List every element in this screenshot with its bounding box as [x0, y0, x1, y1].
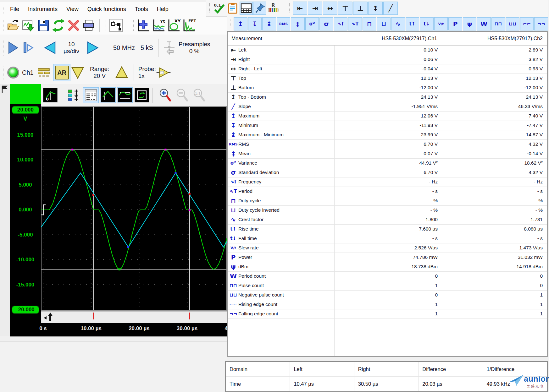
- top-minus-bottom-toggle[interactable]: ↕: [369, 2, 382, 14]
- zoom-reset-button[interactable]: 1:1: [192, 88, 207, 103]
- measurement-row-rise-time[interactable]: t↑Rise time7.600 µs8.080 µs: [228, 224, 547, 234]
- toolbar-drag-handle[interactable]: [230, 19, 230, 29]
- cursor-domain-table[interactable]: DomainLeftRightDifference1/Difference Ti…: [225, 361, 548, 392]
- presamples-slider[interactable]: [162, 40, 177, 55]
- measurement-row-standard-deviation[interactable]: σStandard deviation6.70 V4.32 V: [228, 168, 547, 177]
- measurement-row-top-bottom[interactable]: ↕Top - Bottom24.13 V24.13 V: [228, 92, 547, 102]
- measurement-row-right[interactable]: ⇥Right0.06 V3.82 V: [228, 55, 547, 64]
- refresh-button[interactable]: [51, 18, 66, 33]
- object-tree-button[interactable]: [108, 18, 124, 33]
- toolbar-drag-handle[interactable]: [3, 20, 3, 31]
- peak-markers-toggle[interactable]: [100, 88, 115, 103]
- y-axis[interactable]: 20.00015.00010.0005.0000.000-5.000-10.00…: [10, 84, 41, 336]
- toolbar-drag-handle[interactable]: [106, 20, 106, 31]
- coupling-button[interactable]: [36, 65, 51, 80]
- header-ch1[interactable]: HS5-530XM(27917).Ch1: [334, 32, 437, 45]
- resistance-button[interactable]: R: [267, 2, 280, 14]
- left-cursor-toggle[interactable]: ⇤: [293, 2, 307, 14]
- add-chart-button[interactable]: [136, 18, 151, 33]
- measurement-row-maximum[interactable]: ↥Maximum12.06 V7.40 V: [228, 111, 547, 121]
- pin-panel-button[interactable]: [253, 2, 266, 14]
- dbm-antenna-toggle[interactable]: ψ: [463, 18, 476, 30]
- fft-chart-button[interactable]: FFT: [181, 18, 196, 33]
- save-button[interactable]: [36, 18, 51, 33]
- period-toggle[interactable]: ∿T: [348, 18, 362, 30]
- measurement-row-power[interactable]: PPower74.786 mW31.032 mW: [228, 253, 547, 262]
- std-deviation-toggle[interactable]: σ: [320, 18, 333, 30]
- waveform-plot[interactable]: [41, 106, 227, 311]
- measurement-row-falling-edge-count[interactable]: ¬¬Falling edge count11: [228, 309, 547, 319]
- probe-gain-button[interactable]: -1: [156, 65, 171, 80]
- toolbar-drag-handle[interactable]: [3, 40, 3, 56]
- time-marker-strip[interactable]: [41, 311, 227, 324]
- measurement-row-pulse-count[interactable]: ⊓⊓Pulse count10: [228, 281, 547, 291]
- right-cursor-toggle[interactable]: ⇥: [308, 2, 322, 14]
- measurement-row-rms[interactable]: RMSRMS6.70 V4.32 V: [228, 139, 547, 149]
- mean-toggle[interactable]: ‡: [291, 18, 304, 30]
- rising-edge-count-toggle[interactable]: ⌐⌐: [520, 18, 534, 30]
- yt-chart-button[interactable]: Yt: [151, 18, 166, 33]
- period-count-toggle[interactable]: W: [477, 18, 491, 30]
- toolbar-drag-handle[interactable]: [209, 3, 210, 13]
- bottom-toggle[interactable]: ⊥: [353, 2, 367, 14]
- measurement-row-period-count[interactable]: WPeriod count00: [228, 271, 547, 281]
- duty-cycle-toggle[interactable]: ⊓: [363, 18, 376, 30]
- copy-button[interactable]: [226, 2, 239, 14]
- measurement-row-crest-factor[interactable]: ∿Crest factor1.8001.731: [228, 215, 547, 225]
- header-ch2[interactable]: HS5-530XM(27917).Ch2: [441, 32, 543, 45]
- channel-offsets-button[interactable]: [66, 88, 81, 103]
- toolbar-drag-handle[interactable]: [3, 66, 3, 79]
- measurement-row-dbm[interactable]: ψdBm18.738 dBm14.918 dBm: [228, 262, 547, 272]
- zoom-in-button[interactable]: [158, 88, 173, 103]
- menu-item-help[interactable]: Help: [152, 5, 173, 14]
- menu-item-view[interactable]: View: [62, 5, 83, 14]
- zoom-out-button[interactable]: [175, 88, 190, 103]
- menu-item-tools[interactable]: Tools: [130, 5, 152, 14]
- measurement-row-variance[interactable]: σ²Variance44.91 V²18.62 V²: [228, 158, 547, 168]
- presamples-display[interactable]: Presamples 0 %: [179, 41, 210, 55]
- envelope-toggle[interactable]: [117, 88, 132, 103]
- max-minus-min-toggle[interactable]: ↨: [263, 18, 276, 30]
- slope-toggle[interactable]: ╱: [384, 2, 397, 14]
- timebase-faster-button[interactable]: [85, 40, 100, 55]
- measurement-row-left[interactable]: ⇤Left0.10 V2.89 V: [228, 45, 547, 55]
- start-button[interactable]: [6, 40, 21, 55]
- slew-rate-toggle[interactable]: V/t: [435, 18, 448, 30]
- measurement-row-period[interactable]: ∿TPeriod- s- s: [228, 187, 547, 196]
- cursor-position-tick[interactable]: [189, 313, 190, 319]
- measurements-table[interactable]: Measurement HS5-530XM(27917).Ch1 HS5-530…: [227, 31, 548, 357]
- timebase-slower-button[interactable]: [42, 40, 58, 55]
- minimum-toggle[interactable]: ↧: [248, 18, 262, 30]
- open-button[interactable]: [6, 18, 21, 33]
- measurement-row-slope[interactable]: ╱Slope-1.951 V/ms46.33 V/ms: [228, 102, 547, 112]
- negative-pulse-count-toggle[interactable]: ⊔⊔: [506, 18, 519, 30]
- maximum-toggle[interactable]: ↥: [234, 18, 247, 30]
- measurement-row-fall-time[interactable]: t↓Fall time- s- s: [228, 234, 547, 243]
- measurement-row-maximum-minimum[interactable]: ↨Maximum - Minimum23.99 V14.87 V: [228, 130, 547, 140]
- show-table-button[interactable]: [240, 2, 252, 14]
- measurements-table-toggle[interactable]: [83, 88, 98, 103]
- one-shot-button[interactable]: [21, 40, 36, 55]
- autoranging-button[interactable]: AR: [54, 64, 70, 81]
- rise-time-toggle[interactable]: t↑: [406, 18, 419, 30]
- record-length-value[interactable]: 5 kS: [141, 44, 153, 52]
- rms-toggle[interactable]: RMS: [277, 18, 290, 30]
- auto-refresh-frame-button[interactable]: [134, 88, 149, 103]
- range-up-button[interactable]: [114, 65, 129, 80]
- measurement-row-right-left[interactable]: ↔Right - Left-0.04 V0.93 V: [228, 64, 547, 74]
- toolbar-drag-handle[interactable]: [133, 20, 134, 31]
- export-button[interactable]: [21, 18, 36, 33]
- variance-toggle[interactable]: σ²: [306, 18, 319, 30]
- measurement-row-duty-cycle[interactable]: ⊓Duty cycle- %- %: [228, 196, 547, 206]
- measurement-row-minimum[interactable]: ↧Minimum-11.93 V-7.47 V: [228, 121, 547, 130]
- print-button[interactable]: [81, 18, 96, 33]
- timebase-display[interactable]: 10 µs/div: [58, 41, 85, 55]
- measurement-row-frequency[interactable]: ∿fFrequency- Hz- Hz: [228, 177, 547, 187]
- top-toggle[interactable]: ⊤: [338, 2, 352, 14]
- axis-zero-button[interactable]: 0: [43, 88, 58, 103]
- falling-edge-count-toggle[interactable]: ¬¬: [535, 18, 548, 30]
- fall-time-toggle[interactable]: t↓: [420, 18, 433, 30]
- duty-cycle-inverted-toggle[interactable]: ⊔: [377, 18, 390, 30]
- chart-left-gutter[interactable]: [0, 84, 10, 336]
- delete-button[interactable]: [66, 18, 81, 33]
